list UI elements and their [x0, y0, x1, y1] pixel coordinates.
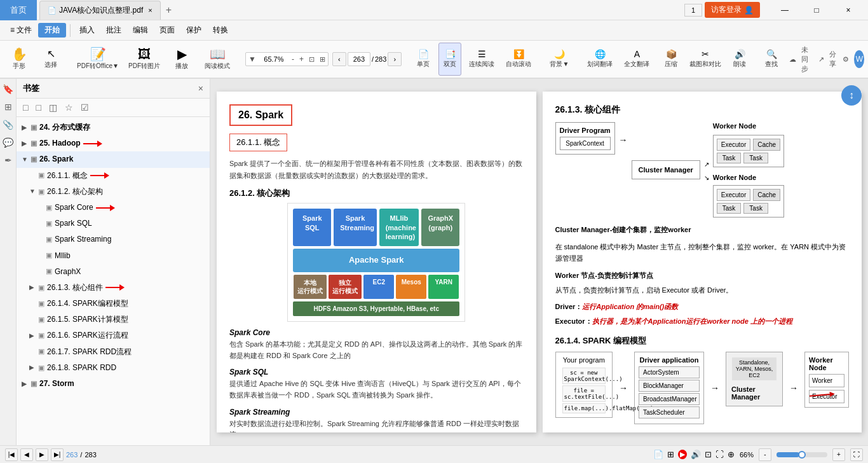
float-action-button[interactable]: ↕ — [841, 85, 862, 106]
page-input[interactable] — [348, 52, 370, 66]
thumbnail-icon[interactable]: ⊞ — [3, 99, 13, 114]
zoom-fit2-btn[interactable]: ⊞ — [317, 55, 328, 64]
status-zoom-in-btn[interactable]: + — [832, 448, 845, 461]
status-fullscreen-btn[interactable]: ⛶ — [850, 448, 863, 461]
zoom-slider-thumb[interactable] — [798, 451, 806, 459]
cluster-diagram: Driver Program SparkContext → Cluster Ma… — [555, 122, 850, 218]
sidebar-item-27[interactable]: ▶ ▣ 27. Storm — [17, 376, 210, 392]
login-button[interactable]: 访客登录 👤 — [705, 2, 760, 18]
menu-convert[interactable]: 转换 — [208, 22, 233, 38]
task-box-2a: Task — [717, 203, 742, 214]
signature-icon[interactable]: ✒ — [3, 153, 13, 168]
new-tab-icon[interactable]: + — [166, 4, 172, 16]
menu-protect[interactable]: 保护 — [181, 22, 207, 38]
zoom-input-box[interactable]: ▼ - + ⊡ ⊞ — [245, 52, 329, 66]
sidebar-item-2617[interactable]: ▣ 26.1.7. SPARK RDD流程 — [17, 344, 210, 360]
search-tool[interactable]: 🔍 查找 — [757, 43, 785, 76]
close-window-button[interactable]: × — [834, 0, 863, 20]
full-translate-tool[interactable]: A 全文翻译 — [620, 43, 653, 76]
menu-insert[interactable]: 插入 — [74, 22, 100, 38]
hand-tool[interactable]: ✋ 手形 — [5, 43, 33, 76]
menu-file[interactable]: ≡ 文件 — [5, 22, 37, 38]
sidebar-icon-4[interactable]: ☆ — [64, 101, 74, 114]
zoom-increase-btn[interactable]: + — [297, 55, 306, 64]
zoom-slider[interactable] — [776, 452, 827, 457]
crop-tool[interactable]: ✂ 裁图和对比 — [689, 43, 722, 76]
worker-bold: 节点-负责控制计算节点 — [581, 272, 653, 279]
sidebar-item-26[interactable]: ▼ ▣ 26. Spark — [17, 151, 210, 167]
code-line-3: file.map(...).flatMap(...) — [562, 403, 606, 413]
status-next-btn[interactable]: ▶ — [36, 448, 48, 461]
spark-sql-box: SparkSQL — [293, 209, 331, 246]
double-page-tool[interactable]: 📑 双页 — [438, 43, 461, 76]
settings-icon[interactable]: ⚙ — [843, 55, 849, 64]
status-plus-icon[interactable]: ⊕ — [728, 450, 735, 459]
select-tool[interactable]: ↖ 选择 — [37, 43, 65, 76]
zoom-dropdown-btn[interactable]: ▼ — [246, 55, 259, 64]
sidebar-item-2613[interactable]: ▶ ▣ 26.1.3. 核心组件 — [17, 280, 210, 296]
float-icon: ↕ — [849, 90, 854, 101]
sidebar-item-25[interactable]: ▶ ▣ 25. Hadoop — [17, 135, 210, 151]
sidebar-item-2614[interactable]: ▣ 26.1.4. SPARK编程模型 — [17, 296, 210, 312]
menu-start-button[interactable]: 开始 — [38, 23, 66, 38]
sidebar-item-2618[interactable]: ▶ ▣ 26.1.8. SPARK RDD — [17, 360, 210, 376]
profile-avatar[interactable]: W — [854, 50, 864, 68]
maximize-button[interactable]: □ — [802, 0, 831, 20]
status-play-icon[interactable]: ▶ — [678, 450, 687, 459]
status-prev-btn[interactable]: ◀ — [20, 448, 33, 461]
status-doc-icon[interactable]: 📄 — [653, 450, 663, 459]
sidebar-item-2615[interactable]: ▣ 26.1.5. SPARK计算模型 — [17, 312, 210, 328]
menu-comment[interactable]: 批注 — [101, 22, 126, 38]
sidebar-item-sparksql[interactable]: ▣ Spark SQL — [17, 216, 210, 232]
play-tool[interactable]: ▶ 播放 — [168, 43, 196, 76]
zoom-decrease-btn[interactable]: - — [289, 55, 297, 64]
pdf-to-office-tool[interactable]: 📝 PDF转Office▼ — [75, 43, 121, 76]
status-shrink-icon[interactable]: ⊡ — [705, 450, 712, 459]
sidebar-item-sparkstreaming[interactable]: ▣ Spark Streaming — [17, 232, 210, 247]
sidebar-item-mllib[interactable]: ▣ Mllib — [17, 248, 210, 264]
read-aloud-tool[interactable]: 🔊 朗读 — [726, 43, 754, 76]
sidebar-item-sparkcore[interactable]: ▣ Spark Core — [17, 200, 210, 216]
status-expand-icon[interactable]: ⛶ — [715, 450, 724, 459]
close-tab-icon[interactable]: × — [148, 6, 152, 14]
single-page-tool[interactable]: 📄 单页 — [412, 43, 435, 76]
zoom-input[interactable] — [259, 53, 289, 66]
sidebar-close-btn[interactable]: × — [198, 83, 203, 93]
file-tab[interactable]: 📄 JAVA核心知识点整理.pdf × — [39, 1, 161, 20]
status-grid-icon[interactable]: ⊞ — [667, 450, 674, 459]
minimize-button[interactable]: — — [770, 0, 799, 20]
annotation-icon[interactable]: 💬 — [1, 135, 15, 150]
status-last-btn[interactable]: ▶| — [51, 448, 64, 461]
sidebar-item-24[interactable]: ▶ ▣ 24. 分布式缓存 — [17, 120, 210, 135]
menu-edit[interactable]: 编辑 — [128, 22, 153, 38]
arch-diagram: SparkSQL SparkStreaming MLlib(machinelea… — [287, 203, 465, 322]
menu-page[interactable]: 页面 — [154, 22, 180, 38]
sidebar-item-2611[interactable]: ▣ 26.1.1. 概念 — [17, 168, 210, 184]
translate-tool[interactable]: 🌐 划词翻译 — [583, 43, 616, 76]
status-speaker-icon[interactable]: 🔊 — [691, 450, 701, 459]
zoom-fit-btn[interactable]: ⊡ — [306, 55, 317, 64]
section-2613-text: 26.1.3. 核心组件 — [555, 104, 621, 116]
sidebar-icon-5[interactable]: ☑ — [79, 101, 90, 114]
background-tool[interactable]: 🌙 背景▼ — [545, 43, 573, 76]
next-page-btn[interactable]: › — [388, 52, 402, 66]
sidebar-item-graphx[interactable]: ▣ GraphX — [17, 264, 210, 280]
sidebar-icon-3[interactable]: ◫ — [48, 101, 58, 114]
compress-tool[interactable]: 📦 压缩 — [657, 43, 685, 76]
read-mode-tool[interactable]: 📖 阅读模式 — [200, 43, 235, 76]
zoom-slider-fill — [776, 452, 799, 457]
pdf-to-image-tool[interactable]: 🖼 PDF转图片 — [125, 43, 164, 76]
sidebar-icon-1[interactable]: □ — [22, 101, 29, 114]
attachment-icon[interactable]: 📎 — [1, 117, 15, 132]
home-tab[interactable]: 首页 — [0, 0, 37, 20]
prev-page-btn[interactable]: ‹ — [332, 52, 346, 66]
sidebar-item-2612[interactable]: ▼ ▣ 26.1.2. 核心架构 — [17, 184, 210, 200]
status-first-btn[interactable]: |◀ — [5, 448, 18, 461]
sidebar-icon-2[interactable]: □ — [34, 101, 42, 114]
status-zoom-out-btn[interactable]: - — [759, 448, 771, 461]
sidebar-item-2616[interactable]: ▶ ▣ 26.1.6. SPARK运行流程 — [17, 328, 210, 343]
continuous-tool[interactable]: ☰ 连续阅读 — [465, 43, 498, 76]
full-translate-label: 全文翻译 — [624, 60, 649, 69]
bookmark-panel-icon[interactable]: 🔖 — [1, 81, 15, 97]
auto-scroll-tool[interactable]: ⏬ 自动滚动 — [502, 43, 535, 76]
